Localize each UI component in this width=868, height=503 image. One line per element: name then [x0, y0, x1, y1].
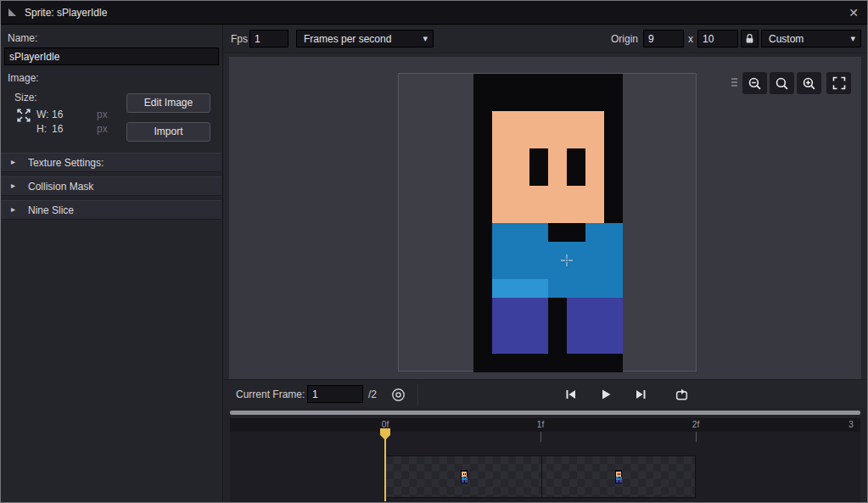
fps-label: Fps	[231, 33, 248, 45]
loop-mode-button[interactable]	[674, 387, 689, 402]
name-label: Name:	[8, 32, 37, 44]
origin-x-separator: x	[688, 33, 693, 45]
frame-strip[interactable]	[385, 455, 696, 498]
tick-label-2f: 2f	[692, 420, 699, 429]
origin-label: Origin	[611, 33, 638, 45]
fit-to-view-button[interactable]	[826, 72, 851, 94]
frame-0-thumbnail[interactable]	[457, 470, 471, 483]
toolbar-grip-handle[interactable]	[731, 78, 737, 88]
zoom-reset-icon	[775, 76, 789, 91]
section-label: Texture Settings:	[28, 157, 104, 169]
animation-toolbar: Fps Frames per second ▾ Origin x Custom	[224, 25, 867, 53]
origin-crosshair-icon	[559, 253, 574, 268]
zoom-in-button[interactable]	[797, 72, 821, 94]
width-value[interactable]: 16	[52, 109, 63, 120]
play-icon	[599, 388, 613, 401]
expand-arrow-icon: ▸	[11, 157, 15, 166]
canvas-viewport[interactable]	[229, 57, 861, 379]
image-label: Image:	[8, 72, 39, 84]
frame-total-label: /2	[368, 388, 377, 400]
timeline: 0f 1f 2f 3	[224, 408, 867, 502]
playback-bar: Current Frame: /2	[224, 379, 867, 408]
loop-icon	[675, 388, 689, 402]
resize-arrows-icon	[16, 108, 31, 123]
play-button[interactable]	[598, 388, 613, 401]
origin-lock-button[interactable]	[741, 30, 759, 48]
sprite-name-input[interactable]	[4, 48, 219, 65]
width-label: W:	[36, 109, 48, 120]
skip-to-last-button[interactable]	[633, 388, 648, 401]
zoom-controls	[731, 72, 851, 94]
skip-first-icon	[564, 388, 578, 401]
timeline-ruler[interactable]: 0f 1f 2f 3	[230, 418, 860, 432]
fit-corners-icon	[832, 76, 846, 90]
playbar-divider	[417, 383, 418, 405]
frame-divider	[541, 456, 542, 497]
texture-settings-section[interactable]: ▸ Texture Settings:	[1, 153, 221, 172]
fps-mode-dropdown[interactable]: Frames per second ▾	[296, 30, 434, 48]
expand-arrow-icon: ▸	[11, 204, 15, 214]
skip-last-icon	[634, 388, 647, 401]
origin-mode-dropdown[interactable]: Custom ▾	[761, 30, 861, 48]
editor-main: Fps Frames per second ▾ Origin x Custom	[224, 25, 867, 502]
width-px-label: px	[97, 109, 108, 120]
onion-skin-icon	[391, 388, 406, 402]
sprite-editor-window: Sprite: sPlayerIdle ✕ Name: Image: Size:…	[0, 0, 868, 503]
title-bar: Sprite: sPlayerIdle ✕	[1, 1, 867, 25]
zoom-out-icon	[748, 76, 762, 91]
lock-icon	[744, 33, 755, 44]
playhead-marker[interactable]	[380, 428, 390, 440]
tick-label-1f: 1f	[537, 420, 544, 429]
origin-y-input[interactable]	[697, 30, 738, 48]
properties-panel: Name: Image: Size: W: 16 px H: 16 px Edi…	[1, 25, 223, 502]
collapse-triangle-icon	[8, 8, 16, 16]
collision-mask-section[interactable]: ▸ Collision Mask	[1, 176, 221, 196]
edit-image-button[interactable]: Edit Image	[126, 93, 210, 113]
frame-tick-line	[540, 432, 541, 442]
zoom-in-icon	[802, 76, 816, 91]
playhead-line	[384, 439, 386, 501]
fps-input[interactable]	[249, 30, 288, 48]
tick-label-3f: 3	[848, 420, 854, 429]
onion-skin-button[interactable]	[390, 387, 406, 402]
timeline-scrollbar[interactable]	[230, 411, 860, 415]
chevron-down-icon: ▾	[850, 33, 855, 44]
height-px-label: px	[97, 123, 108, 135]
tick-label-0f: 0f	[382, 420, 389, 429]
frame-1-thumbnail[interactable]	[612, 470, 625, 483]
origin-x-input[interactable]	[643, 30, 684, 48]
nine-slice-section[interactable]: ▸ Nine Slice	[1, 200, 221, 220]
close-icon[interactable]: ✕	[848, 6, 859, 20]
sprite-canvas[interactable]	[398, 73, 697, 372]
current-frame-label: Current Frame:	[236, 388, 305, 400]
section-label: Nine Slice	[28, 204, 74, 216]
zoom-out-button[interactable]	[742, 72, 767, 94]
height-label: H:	[36, 123, 47, 135]
zoom-reset-button[interactable]	[770, 72, 794, 94]
section-label: Collision Mask	[28, 181, 93, 193]
window-title: Sprite: sPlayerIdle	[25, 7, 107, 19]
height-value[interactable]: 16	[52, 123, 63, 135]
frame-tick-line	[696, 432, 697, 442]
current-frame-input[interactable]	[307, 385, 363, 403]
skip-to-first-button[interactable]	[563, 388, 579, 401]
import-button[interactable]: Import	[126, 122, 210, 142]
size-label: Size:	[14, 92, 37, 103]
timeline-track-area[interactable]	[230, 432, 860, 502]
chevron-down-icon: ▾	[423, 33, 428, 44]
expand-arrow-icon: ▸	[11, 181, 15, 190]
